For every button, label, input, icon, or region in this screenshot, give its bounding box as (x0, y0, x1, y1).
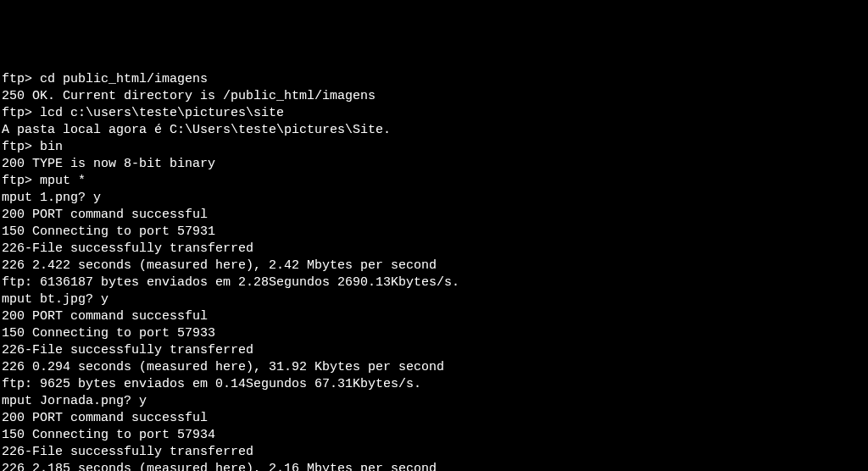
terminal-line: 226-File successfully transferred (2, 342, 866, 359)
terminal-line: ftp> lcd c:\users\teste\pictures\site (2, 105, 866, 122)
terminal-line: ftp> bin (2, 139, 866, 156)
terminal-line: mput 1.png? y (2, 190, 866, 207)
terminal-line: mput bt.jpg? y (2, 291, 866, 308)
terminal-line: 250 OK. Current directory is /public_htm… (2, 88, 866, 105)
terminal-line: 200 PORT command successful (2, 308, 866, 325)
terminal-line: 226 2.422 seconds (measured here), 2.42 … (2, 258, 866, 274)
terminal-line: ftp> cd public_html/imagens (2, 71, 866, 88)
terminal-line: 150 Connecting to port 57931 (2, 224, 866, 241)
terminal-line: 226-File successfully transferred (2, 241, 866, 258)
terminal-line: 200 TYPE is now 8-bit binary (2, 156, 866, 173)
terminal-line: 226 2.185 seconds (measured here), 2.16 … (2, 461, 866, 471)
terminal-line: ftp: 6136187 bytes enviados em 2.28Segun… (2, 274, 866, 291)
terminal-line: ftp> mput * (2, 173, 866, 190)
terminal-line: 150 Connecting to port 57934 (2, 427, 866, 444)
terminal-line: mput Jornada.png? y (2, 393, 866, 410)
terminal-line: 200 PORT command successful (2, 207, 866, 224)
terminal-line: 200 PORT command successful (2, 410, 866, 427)
terminal-line: 226 0.294 seconds (measured here), 31.92… (2, 359, 866, 376)
terminal-line: A pasta local agora é C:\Users\teste\pic… (2, 122, 866, 139)
terminal-window[interactable]: ftp> cd public_html/imagens250 OK. Curre… (2, 71, 866, 471)
terminal-line: 150 Connecting to port 57933 (2, 325, 866, 342)
terminal-line: ftp: 9625 bytes enviados em 0.14Segundos… (2, 376, 866, 393)
terminal-line: 226-File successfully transferred (2, 444, 866, 461)
